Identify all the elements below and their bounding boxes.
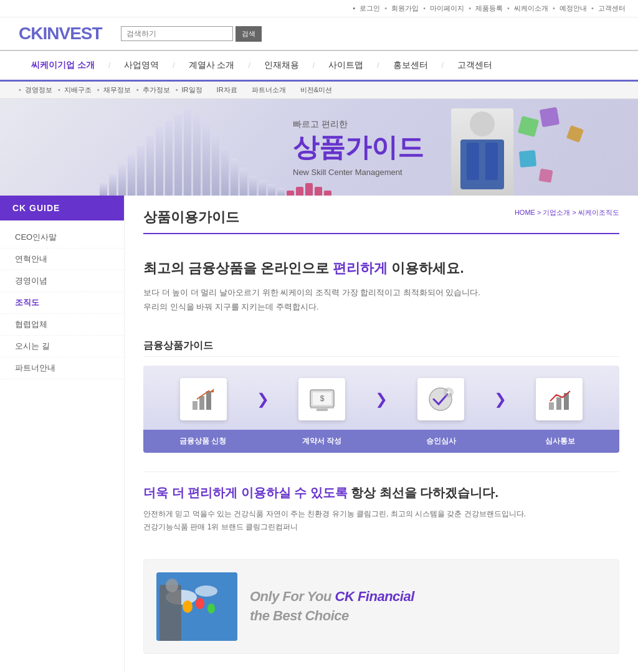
nav-affiliate[interactable]: 계열사 소개 (176, 51, 247, 80)
nav-recruit[interactable]: 인재채용 (252, 51, 312, 80)
main-nav: 씨케이기업 소개 / 사업영역 / 계열사 소개 / 인재채용 / 사이트맵 /… (0, 51, 638, 82)
sidebar-item-org[interactable]: 조직도 (0, 292, 124, 314)
sidebar-title: CK GUIDE (0, 196, 124, 220)
intro-heading-highlight: 편리하게 (333, 260, 388, 276)
sidebar-item-partner-guide[interactable]: 파트너안내 (0, 357, 124, 379)
top-bar: • 로그인 • 회원가입 • 마이페이지 • 제품등록 • 씨케이소개 • 예정… (0, 0, 638, 17)
process-step-2: $ (272, 378, 373, 420)
process-arrow-2: ❯ (373, 390, 390, 408)
topbar-support[interactable]: 고객센터 (598, 4, 626, 12)
subnav-extra[interactable]: 추가정보 (143, 86, 170, 93)
cta-image (156, 572, 237, 641)
process-labels: 금융상품 신청 계약서 작성 승인심사 심사통보 (143, 430, 619, 453)
promise-heading: 더욱 더 편리하게 이용하실 수 있도록 항상 최선을 다하겠습니다. (143, 485, 619, 501)
subnav-governance[interactable]: 지배구조 (64, 86, 92, 93)
sidebar-item-philosophy[interactable]: 경영이념 (0, 270, 124, 292)
process-label-3: 승인심사 (381, 430, 500, 453)
svg-text:$: $ (320, 394, 324, 403)
svg-rect-4 (193, 401, 198, 410)
intro-p1: 보다 더 높이 더 멀리 날아오르기 위한 씨케이의 조직력 가장 합리적이고 … (143, 285, 619, 300)
subnav-finance[interactable]: 재무정보 (103, 86, 131, 93)
banner-shapes (520, 105, 601, 182)
banner-subtitle: 빠르고 편리한 (293, 118, 424, 130)
page-title-bar: 상품이용가이드 HOME > 기업소개 > 씨케이조직도 (143, 208, 619, 234)
section-promise: 더욱 더 편리하게 이용하실 수 있도록 항상 최선을 다하겠습니다. 안전하게… (143, 471, 619, 547)
logo-invest: INVEST (42, 24, 102, 43)
process-label-1: 금융상품 신청 (143, 430, 262, 453)
svg-rect-3 (485, 143, 498, 180)
topbar-mypage[interactable]: 마이페이지 (430, 4, 464, 12)
topbar-about[interactable]: 씨케이소개 (514, 4, 548, 12)
sidebar-item-partners[interactable]: 협렵업체 (0, 314, 124, 336)
logo-ck: CK (19, 24, 42, 43)
subnav-vision[interactable]: 비전&미션 (300, 86, 332, 93)
nav-sitemap[interactable]: 사이트맵 (316, 51, 376, 80)
process-label-4: 심사통보 (500, 430, 619, 453)
promise-highlight: 더욱 더 편리하게 이용하실 수 있도록 (143, 486, 348, 499)
sidebar-item-history[interactable]: 연혁안내 (0, 248, 124, 270)
svg-rect-12 (317, 409, 328, 411)
topbar-login[interactable]: 로그인 (359, 4, 380, 12)
banner-desc: New Skill Center Management (293, 167, 424, 176)
section-intro: 최고의 금융상품을 온라인으로 편리하게 이용하세요. 보다 더 높이 더 멀리… (143, 247, 619, 333)
cta-banner: Only For You CK Financial the Best Choic… (143, 559, 619, 654)
sidebar-item-ceo[interactable]: CEO인사말 (0, 227, 124, 248)
topbar-notice[interactable]: 예정안내 (559, 4, 587, 12)
breadcrumb-sep2: > (573, 209, 578, 216)
intro-heading: 최고의 금융상품을 온라인으로 편리하게 이용하세요. (143, 259, 619, 278)
svg-rect-0 (470, 111, 495, 136)
subnav-ir-schedule[interactable]: IR일정 (182, 86, 202, 93)
svg-rect-13 (310, 407, 334, 409)
search-button[interactable]: 검색 (236, 26, 262, 42)
banner-person (451, 108, 513, 196)
intro-p2: 우리의 인식을 바꿔 지구를 지키는데 주력합시다. (143, 300, 619, 314)
banner: 빠르고 편리한 상품가이드 New Skill Center Managemen… (0, 99, 638, 196)
header: CKINVEST 검색 (0, 17, 638, 51)
main-content: 상품이용가이드 HOME > 기업소개 > 씨케이조직도 최고의 금융상품을 온… (125, 196, 638, 672)
cta-line1: Only For You (250, 589, 335, 604)
svg-rect-27 (160, 585, 181, 641)
svg-point-23 (195, 585, 217, 597)
page-title: 상품이용가이드 (143, 208, 239, 227)
subnav-partner[interactable]: 파트너소개 (252, 86, 286, 93)
search-input[interactable] (121, 26, 233, 41)
svg-point-26 (207, 603, 215, 613)
process-arrow-3: ❯ (492, 390, 509, 408)
nav-support[interactable]: 고객센터 (445, 51, 505, 80)
sidebar-menu: CEO인사말 연혁안내 경영이념 조직도 협렵업체 오시는 길 파트너안내 (0, 220, 124, 386)
svg-rect-5 (199, 396, 204, 410)
subnav-ir-data[interactable]: IR자료 (217, 86, 237, 93)
breadcrumb: HOME > 기업소개 > 씨케이조직도 (515, 208, 619, 217)
process-icon-2: $ (298, 378, 345, 420)
process-icon-4 (536, 378, 583, 420)
nav-pr[interactable]: 홍보센터 (381, 51, 440, 80)
breadcrumb-current: 씨케이조직도 (578, 209, 619, 216)
promise-suffix: 항상 최선을 다하겠습니다. (351, 486, 498, 499)
subnav-management[interactable]: 경영정보 (25, 86, 52, 93)
svg-rect-6 (206, 391, 211, 410)
sidebar-item-direction[interactable]: 오시는 길 (0, 336, 124, 357)
process-icon-1 (180, 378, 227, 420)
nav-business[interactable]: 사업영역 (112, 51, 171, 80)
intro-heading-prefix: 최고의 금융상품을 온라인으로 (143, 260, 333, 276)
svg-rect-19 (556, 397, 561, 410)
process-label-2: 계약서 작성 (262, 430, 381, 453)
topbar-product[interactable]: 제품등록 (475, 4, 503, 12)
process-step-4 (509, 378, 611, 420)
svg-rect-2 (467, 143, 479, 180)
svg-point-25 (196, 598, 204, 609)
sidebar: CK GUIDE CEO인사말 연혁안내 경영이념 조직도 협렵업체 오시는 길… (0, 196, 125, 672)
process-section-label: 금융상품가이드 (143, 339, 619, 357)
process-arrow-1: ❯ (254, 390, 272, 408)
breadcrumb-cat: 기업소개 (543, 209, 570, 216)
search-area: 검색 (121, 26, 262, 42)
cta-heading: Only For You CK Financial the Best Choic… (250, 587, 414, 626)
process-icons-row: ❯ $ ❯ (143, 366, 619, 430)
nav-ck-intro[interactable]: 씨케이기업 소개 (19, 51, 107, 80)
topbar-register[interactable]: 회원가입 (391, 4, 419, 12)
process-step-1 (153, 378, 254, 420)
intro-heading-suffix: 이용하세요. (388, 260, 464, 276)
section-process: 금융상품가이드 (143, 333, 619, 471)
promise-p2: 건강기능식품 판매 1위 브랜드 클링그린컴퍼니 (143, 521, 619, 534)
breadcrumb-home: HOME (515, 209, 535, 216)
